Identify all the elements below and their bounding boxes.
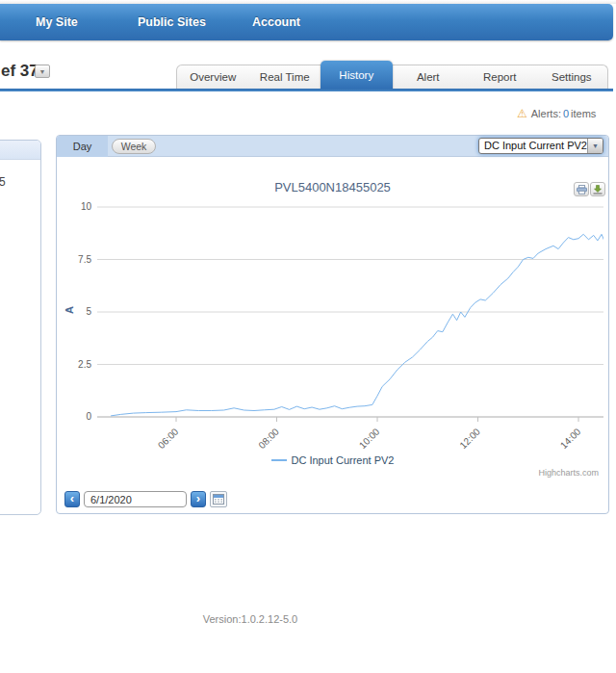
history-chart-panel: Day Week DC Input Current PV2 ▼ PVL5400N… [56,135,609,514]
calendar-button[interactable] [210,491,227,507]
y-axis-label: 10 [81,201,92,212]
left-list-panel: 5 [0,140,41,515]
app-version: Version:1.0.2.12-5.0 [154,613,346,625]
x-axis-label: 12:00 [457,426,482,451]
nav-item-public-sites[interactable]: Public Sites [138,4,206,40]
tab-alert[interactable]: Alert [393,65,465,89]
tab-report[interactable]: Report [464,65,536,89]
next-day-button[interactable]: › [191,491,206,507]
warning-icon: ⚠ [517,107,527,120]
x-axis-label: 14:00 [558,426,583,451]
y-axis-label: 0 [86,411,91,422]
y-axis-label: 5 [86,306,91,317]
chart-credits: Highcharts.com [538,468,599,478]
y-axis-label: 7.5 [78,254,91,265]
tab-settings[interactable]: Settings [536,65,608,89]
chevron-right-icon: › [196,491,200,505]
tab-history[interactable]: History [321,61,393,90]
legend-line-swatch [271,459,287,461]
section-tabbar: OverviewReal TimeHistoryAlertReportSetti… [176,65,608,89]
alerts-label: Alerts: [531,108,561,119]
main-navbar: My SitePublic SitesAccount [0,4,613,40]
chevron-left-icon: ‹ [70,491,74,505]
date-input[interactable] [84,491,187,507]
y-axis-label: 2.5 [78,359,91,370]
nav-item-account[interactable]: Account [252,4,300,40]
site-title-dropdown-button[interactable]: ▼ [35,65,50,78]
range-tab-week[interactable]: Week [112,139,156,154]
prev-day-button[interactable]: ‹ [64,491,80,507]
metric-select[interactable]: DC Input Current PV2 ▼ [478,138,603,154]
y-axis-title: A [64,306,75,314]
chevron-down-icon: ▼ [587,139,603,153]
alerts-suffix: items [571,108,596,119]
tab-overview[interactable]: Overview [177,65,249,89]
alerts-count[interactable]: 0 [563,108,569,119]
range-tab-day[interactable]: Day [57,136,108,157]
calendar-icon [213,491,224,508]
site-title: ef 37 [1,62,38,81]
chart-legend[interactable]: DC Input Current PV2 [57,454,608,466]
x-axis-label: 06:00 [156,426,181,451]
x-axis-label: 10:00 [357,426,382,451]
date-navigation: ‹ › [64,491,257,508]
left-panel-header [0,141,40,160]
nav-item-my-site[interactable]: My Site [36,4,78,40]
x-axis-label: 08:00 [256,426,281,451]
series-line [111,221,603,416]
metric-select-value: DC Input Current PV2 [484,140,587,151]
left-panel-item-text: 5 [0,175,6,189]
tab-real-time[interactable]: Real Time [249,65,321,89]
title-dropdown-icon: ▼ [39,68,46,75]
alerts-summary: ⚠Alerts:0items [517,107,596,120]
dc-current-line-chart: 02.557.51006:0008:0010:0012:0014:00 [64,165,603,482]
tab-underline [0,89,613,91]
panel-header: Day Week DC Input Current PV2 ▼ [57,136,608,157]
legend-label: DC Input Current PV2 [292,454,395,466]
